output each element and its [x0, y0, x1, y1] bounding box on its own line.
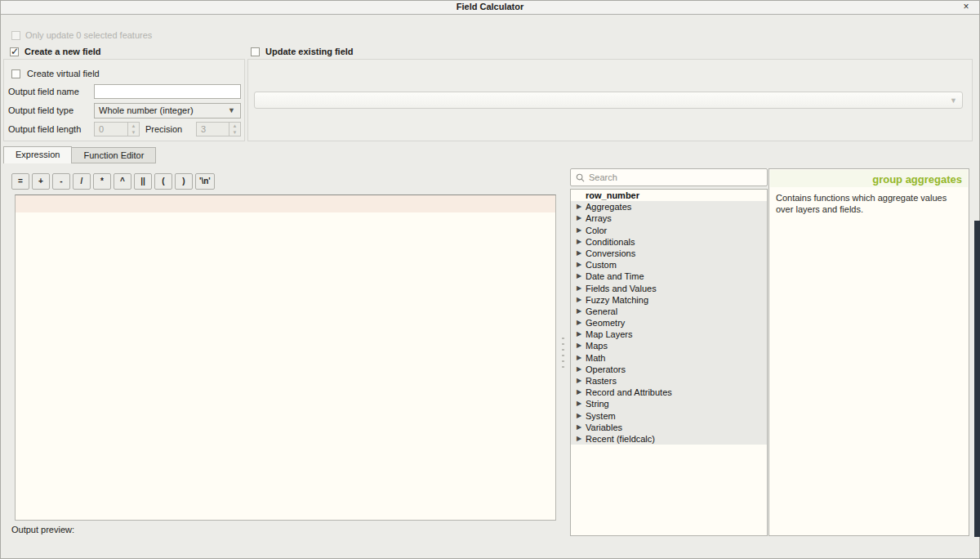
function-group-item[interactable]: ▶Aggregates: [571, 201, 767, 212]
expand-arrow-icon[interactable]: ▶: [577, 283, 581, 294]
function-group-item[interactable]: ▶Maps: [571, 340, 767, 351]
operator-button[interactable]: =: [11, 173, 29, 190]
function-group-item[interactable]: ▶Color: [571, 225, 767, 236]
function-group-item[interactable]: ▶Record and Attributes: [571, 387, 767, 398]
output-field-length-stepper[interactable]: 0 ▲▼: [94, 122, 140, 136]
expand-arrow-icon[interactable]: ▶: [577, 236, 581, 248]
spinner-arrows-icon[interactable]: ▲▼: [127, 123, 139, 136]
operator-button[interactable]: '\n': [195, 173, 215, 190]
function-item-selected[interactable]: row_number: [571, 190, 767, 201]
function-group-item[interactable]: ▶Map Layers: [571, 329, 767, 340]
expand-arrow-icon[interactable]: ▶: [577, 340, 581, 351]
output-field-type-value: Whole number (integer): [99, 105, 194, 115]
function-tree: row_number▶Aggregates▶Arrays▶Color▶Condi…: [570, 189, 768, 536]
expand-arrow-icon[interactable]: ▶: [577, 387, 581, 398]
function-group-item[interactable]: ▶Conversions: [571, 248, 767, 259]
operator-button[interactable]: ||: [134, 173, 152, 190]
help-title: group aggregates: [770, 170, 968, 187]
function-group-item[interactable]: ▶Date and Time: [571, 271, 767, 282]
expand-arrow-icon[interactable]: ▶: [577, 352, 581, 364]
existing-field-select[interactable]: ▼: [254, 92, 963, 109]
expand-arrow-icon[interactable]: ▶: [577, 225, 581, 236]
expand-arrow-icon[interactable]: ▶: [577, 294, 581, 306]
expand-arrow-icon[interactable]: ▶: [577, 329, 581, 340]
expand-arrow-icon[interactable]: ▶: [577, 306, 581, 317]
output-field-name-input[interactable]: [94, 84, 241, 99]
precision-value: 3: [201, 124, 206, 134]
checkbox-icon: [251, 47, 260, 56]
create-virtual-field-checkbox[interactable]: Create virtual field: [11, 69, 100, 78]
expand-arrow-icon[interactable]: ▶: [577, 201, 581, 212]
function-group-item[interactable]: ▶Operators: [571, 364, 767, 375]
search-icon: [576, 173, 585, 182]
create-new-field-label: Create a new field: [24, 47, 101, 56]
expand-arrow-icon[interactable]: ▶: [577, 317, 581, 329]
function-group-item[interactable]: ▶General: [571, 306, 767, 317]
search-placeholder: Search: [589, 172, 617, 182]
create-new-field-checkbox[interactable]: Create a new field: [10, 47, 101, 56]
operator-toolbar: =+-/*^||()'\n': [11, 173, 215, 190]
tab-expression[interactable]: Expression: [3, 146, 72, 163]
current-line-highlight: [16, 195, 555, 212]
operator-button[interactable]: -: [52, 173, 70, 190]
expand-arrow-icon[interactable]: ▶: [577, 212, 581, 224]
update-existing-field-label: Update existing field: [265, 47, 354, 56]
create-virtual-field-label: Create virtual field: [27, 69, 100, 78]
expression-editor[interactable]: [15, 195, 556, 521]
output-field-name-label: Output field name: [8, 87, 79, 96]
output-field-length-value: 0: [99, 124, 104, 134]
expand-arrow-icon[interactable]: ▶: [577, 364, 581, 375]
chevron-down-icon: ▼: [228, 106, 235, 114]
function-group-item[interactable]: ▶Custom: [571, 259, 767, 271]
window-title: Field Calculator: [0, 2, 980, 11]
function-search-input[interactable]: Search: [570, 168, 768, 186]
expand-arrow-icon[interactable]: ▶: [577, 433, 581, 445]
update-existing-field-checkbox[interactable]: Update existing field: [251, 47, 354, 56]
precision-stepper[interactable]: 3 ▲▼: [196, 122, 241, 136]
operator-button[interactable]: *: [93, 173, 111, 190]
help-description: Contains functions which aggregate value…: [769, 188, 969, 219]
function-group-item[interactable]: ▶String: [571, 398, 767, 409]
operator-button[interactable]: ^: [114, 173, 131, 190]
operator-button[interactable]: (: [154, 173, 172, 190]
only-update-label: Only update 0 selected features: [25, 30, 152, 40]
expand-arrow-icon[interactable]: ▶: [577, 271, 581, 282]
output-field-length-label: Output field length: [8, 124, 81, 134]
checkbox-icon: [11, 31, 20, 40]
spinner-arrows-icon[interactable]: ▲▼: [229, 123, 240, 136]
expand-arrow-icon[interactable]: ▶: [577, 375, 581, 387]
function-group-item[interactable]: ▶Variables: [571, 422, 767, 433]
function-group-item[interactable]: ▶System: [571, 410, 767, 422]
function-group-item[interactable]: ▶Fuzzy Matching: [571, 294, 767, 306]
function-group-item[interactable]: ▶Rasters: [571, 375, 767, 387]
chevron-down-icon: ▼: [950, 96, 957, 105]
splitter-handle[interactable]: [562, 338, 564, 369]
checkbox-icon: [11, 69, 20, 78]
expand-arrow-icon[interactable]: ▶: [577, 422, 581, 433]
operator-button[interactable]: +: [32, 173, 50, 190]
background-window-scrollbar: [974, 221, 980, 537]
precision-label: Precision: [145, 124, 182, 134]
function-group-item[interactable]: ▶Recent (fieldcalc): [571, 433, 767, 445]
function-group-item[interactable]: ▶Arrays: [571, 212, 767, 224]
function-group-item[interactable]: ▶Geometry: [571, 317, 767, 329]
expand-arrow-icon[interactable]: ▶: [577, 398, 581, 409]
output-field-type-label: Output field type: [8, 105, 74, 115]
expand-arrow-icon[interactable]: ▶: [577, 259, 581, 271]
only-update-checkbox[interactable]: Only update 0 selected features: [11, 30, 152, 40]
expand-arrow-icon[interactable]: ▶: [577, 410, 581, 422]
operator-button[interactable]: ): [175, 173, 193, 190]
output-field-type-select[interactable]: Whole number (integer) ▼: [94, 103, 241, 119]
tab-bar: ExpressionFunction Editor: [3, 146, 155, 163]
function-group-item[interactable]: ▶Fields and Values: [571, 283, 767, 294]
function-help-panel: group aggregates Contains functions whic…: [768, 168, 969, 536]
function-group-item[interactable]: ▶Math: [571, 352, 767, 364]
operator-button[interactable]: /: [73, 173, 91, 190]
function-group-item[interactable]: ▶Conditionals: [571, 236, 767, 248]
checkbox-checked-icon: [10, 47, 19, 56]
title-bar[interactable]: Field Calculator ×: [0, 0, 980, 15]
output-preview-label: Output preview:: [11, 525, 74, 534]
expand-arrow-icon[interactable]: ▶: [577, 248, 581, 259]
tab-function-editor[interactable]: Function Editor: [71, 147, 156, 163]
close-icon[interactable]: ×: [960, 1, 972, 12]
